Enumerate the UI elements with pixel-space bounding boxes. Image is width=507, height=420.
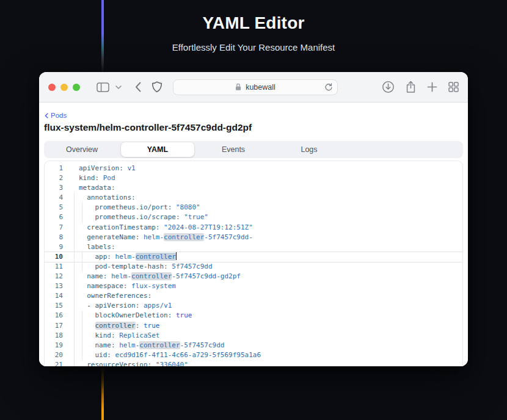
close-button[interactable]	[48, 84, 56, 91]
zoom-button[interactable]	[73, 84, 80, 91]
token-atom: true	[172, 311, 192, 319]
token-key: kind:	[79, 331, 115, 339]
indent-guide	[74, 272, 75, 281]
token-val: v1	[123, 164, 136, 172]
line-code: resourceVersion: "336040"	[73, 360, 462, 366]
tab-label: YAML	[147, 145, 168, 154]
editor-line[interactable]: 13 namespace: flux-system	[45, 281, 462, 291]
token-val: controller	[136, 253, 176, 261]
tab-overview-icon[interactable]	[448, 82, 459, 92]
line-number: 17	[45, 321, 73, 331]
editor-line[interactable]: 10 app: helm-controller	[45, 252, 462, 262]
editor-line[interactable]: 20 uid: ecd9d16f-4f11-4c66-a729-5f569f95…	[45, 350, 462, 360]
editor-line[interactable]: 16 blockOwnerDeletion: true	[45, 311, 462, 320]
token-val: -5f7457c9dd-gd2pf	[172, 272, 241, 280]
editor-line[interactable]: 17 controller: true	[45, 321, 462, 331]
token-key: creationTimestamp:	[79, 223, 159, 231]
text-cursor	[176, 252, 177, 260]
token-key: namespace:	[79, 282, 127, 290]
editor-line[interactable]: 18 kind: ReplicaSet	[45, 331, 462, 341]
back-icon[interactable]	[135, 82, 141, 92]
token-key: name:	[79, 341, 115, 349]
editor-line[interactable]: 11 pod-template-hash: 5f7457c9dd	[45, 262, 462, 272]
editor-line[interactable]: 8 generateName: helm-controller-5f7457c9…	[45, 233, 462, 242]
indent-guide	[74, 301, 75, 311]
token-key: prometheus.io/scrape:	[79, 213, 180, 221]
indent-guide	[74, 291, 75, 301]
indent-guide	[74, 252, 75, 262]
line-number: 1	[45, 164, 73, 173]
share-icon[interactable]	[406, 81, 416, 93]
sidebar-icon[interactable]	[97, 82, 109, 92]
breadcrumb-label: Pods	[51, 112, 67, 119]
shield-icon[interactable]	[151, 81, 162, 93]
editor-line[interactable]: 7 creationTimestamp: "2024-08-27T19:12:5…	[45, 223, 462, 233]
traffic-lights	[48, 84, 80, 91]
tab-overview[interactable]: Overview	[44, 141, 120, 158]
indent-guide	[74, 212, 75, 222]
editor-line[interactable]: 21 resourceVersion: "336040"	[45, 360, 462, 366]
reload-icon[interactable]	[324, 83, 332, 92]
token-key: blockOwnerDeletion:	[79, 311, 172, 319]
token-val: ecd9d16f-4f11-4c66-a729-5f569f95a1a6	[111, 351, 261, 359]
line-number: 16	[45, 311, 73, 320]
line-code: generateName: helm-controller-5f7457c9dd…	[73, 233, 462, 242]
line-number: 21	[45, 360, 73, 366]
token-val: flux-system	[127, 282, 175, 290]
line-code: uid: ecd9d16f-4f11-4c66-a729-5f569f95a1a…	[73, 350, 462, 360]
line-number: 13	[45, 281, 73, 291]
new-tab-icon[interactable]	[427, 82, 437, 92]
tab-label: Overview	[66, 145, 98, 154]
chevron-down-icon[interactable]	[115, 85, 122, 89]
line-number: 9	[45, 242, 73, 252]
editor-line[interactable]: 14 ownerReferences:	[45, 291, 462, 301]
line-code: app: helm-controller	[73, 252, 462, 262]
line-number: 2	[45, 173, 73, 183]
tab-yaml[interactable]: YAML	[120, 141, 195, 158]
hero: YAML Editor Effortlessly Edit Your Resou…	[0, 13, 507, 52]
line-code: creationTimestamp: "2024-08-27T19:12:51Z…	[73, 223, 462, 233]
address-bar[interactable]: kubewall	[173, 79, 338, 95]
line-code: kind: ReplicaSet	[73, 331, 462, 341]
url-text: kubewall	[246, 83, 275, 92]
editor-line[interactable]: 3metadata:	[45, 183, 462, 193]
indent-guide	[74, 223, 75, 233]
indent-guide	[74, 360, 75, 366]
token-val: helm-	[115, 341, 140, 349]
page-heading: YAML Editor	[0, 13, 507, 33]
line-number: 11	[45, 262, 73, 272]
editor-line[interactable]: 2kind: Pod	[45, 173, 462, 183]
indent-guide	[74, 331, 75, 341]
token-val: "2024-08-27T19:12:51Z"	[159, 223, 252, 231]
token-key: controller	[95, 322, 136, 330]
download-icon[interactable]	[382, 81, 395, 93]
token-key: ownerReferences:	[79, 292, 151, 300]
token-key: uid:	[79, 351, 111, 359]
tab-events[interactable]: Events	[195, 141, 271, 158]
editor-line[interactable]: 15 - apiVersion: apps/v1	[45, 301, 462, 311]
line-code: prometheus.io/scrape: "true"	[73, 212, 462, 222]
breadcrumb[interactable]: Pods	[45, 112, 67, 119]
token-val: "336040"	[151, 361, 188, 366]
indent-guide	[74, 311, 75, 320]
indent-guide	[82, 203, 82, 212]
minimize-button[interactable]	[60, 84, 68, 91]
decorative-gradient-line-bottom	[101, 365, 104, 420]
editor-line[interactable]: 4 annotations:	[45, 193, 462, 203]
indent-guide	[82, 321, 82, 331]
editor-line[interactable]: 12 name: helm-controller-5f7457c9dd-gd2p…	[45, 272, 462, 281]
yaml-editor[interactable]: 1apiVersion: v12kind: Pod3metadata:4 ann…	[44, 161, 463, 366]
line-code: kind: Pod	[73, 173, 462, 183]
tab-logs[interactable]: Logs	[271, 141, 347, 158]
editor-line[interactable]: 5 prometheus.io/port: "8080"	[45, 203, 462, 212]
token-punc: -	[79, 302, 95, 310]
editor-line[interactable]: 6 prometheus.io/scrape: "true"	[45, 212, 462, 222]
editor-line[interactable]: 19 name: helm-controller-5f7457c9dd	[45, 341, 462, 350]
browser-toolbar: kubewall	[39, 72, 468, 103]
indent-guide	[74, 321, 75, 331]
line-code: annotations:	[73, 193, 462, 203]
chevron-left-icon	[45, 113, 48, 118]
editor-line[interactable]: 9 labels:	[45, 242, 462, 252]
editor-line[interactable]: 1apiVersion: v1	[45, 164, 462, 173]
token-val: Pod	[99, 174, 115, 182]
